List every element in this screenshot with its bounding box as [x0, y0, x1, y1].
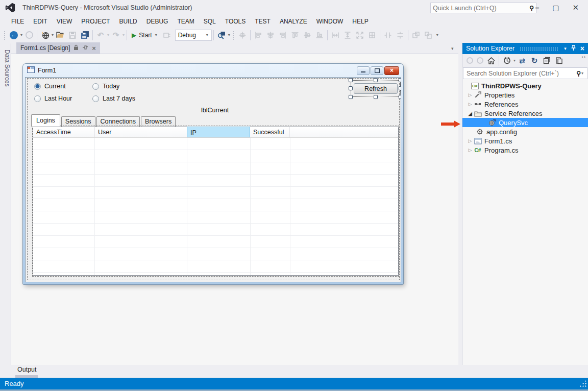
toolbar-overflow-icon[interactable]: ▾	[436, 33, 438, 37]
pin-icon[interactable]	[82, 44, 88, 52]
search-icon[interactable]: ⚲	[529, 5, 534, 12]
open-file-button[interactable]	[54, 29, 66, 41]
expander-collapsed-icon[interactable]: ▷	[468, 92, 473, 97]
menu-sql[interactable]: SQL	[199, 16, 220, 27]
menu-debug[interactable]: DEBUG	[142, 16, 173, 27]
resize-handle-n[interactable]	[374, 78, 378, 82]
form-minimize-button[interactable]	[357, 66, 370, 75]
toolbar-grip[interactable]	[4, 31, 6, 40]
resize-handle-ne[interactable]	[399, 78, 401, 82]
close-button[interactable]: ✕	[572, 3, 579, 12]
filter-dropdown-icon[interactable]: ▾	[513, 58, 516, 63]
se-toolbar-overflow-icon[interactable]: ››	[581, 54, 586, 60]
form-close-button[interactable]: ×	[384, 66, 399, 75]
form1-designer-window[interactable]: Form1 × Current Today Last Hour	[23, 64, 403, 284]
tree-item-app-config[interactable]: app.config	[462, 127, 588, 136]
search-icon[interactable]: ⚲	[576, 70, 581, 77]
expander-collapsed-icon[interactable]: ▷	[468, 138, 473, 143]
column-header-successful[interactable]: Successful	[250, 127, 290, 137]
maximize-button[interactable]: ▢	[552, 4, 559, 12]
resize-handle-sw[interactable]	[349, 95, 353, 99]
menu-tools[interactable]: TOOLS	[220, 16, 250, 27]
resize-grip[interactable]	[579, 380, 586, 387]
tab-connections[interactable]: Connections	[96, 116, 140, 127]
menu-team[interactable]: TEAM	[173, 16, 199, 27]
tree-item-querysvc[interactable]: QuerySvc	[462, 118, 588, 127]
refresh-icon[interactable]: ↻	[528, 55, 541, 67]
solution-configuration-combobox[interactable]: Debug ▾	[175, 30, 212, 41]
menu-help[interactable]: HELP	[348, 16, 373, 27]
minimize-button[interactable]: –	[535, 4, 539, 12]
navigate-backward-button[interactable]: ←	[8, 29, 20, 41]
column-header-accesstime[interactable]: AccessTime	[33, 127, 95, 137]
tree-item-service-references[interactable]: ◢ Service References	[462, 109, 588, 118]
quick-launch-box[interactable]: ⚲	[430, 3, 536, 13]
preview-selected-items-icon[interactable]	[553, 55, 565, 67]
resize-handle-s[interactable]	[374, 95, 378, 99]
se-search-input[interactable]	[467, 70, 576, 77]
menu-window[interactable]: WINDOW	[312, 16, 348, 27]
radio-last-hour-dot[interactable]	[34, 95, 41, 102]
menu-view[interactable]: VIEW	[52, 16, 77, 27]
expander-expanded-icon[interactable]: ◢	[468, 111, 473, 116]
pending-changes-filter-icon[interactable]	[501, 55, 513, 67]
menu-build[interactable]: BUILD	[114, 16, 141, 27]
tab-logins[interactable]: Logins	[31, 114, 60, 127]
data-sources-tool-tab[interactable]: Data Sources	[0, 44, 11, 89]
home-icon[interactable]	[485, 55, 497, 67]
document-tab-form1-design[interactable]: Form1.cs [Design] ×	[16, 42, 100, 54]
toolbar-grip[interactable]	[232, 31, 235, 40]
column-header-ip[interactable]: IP	[187, 127, 250, 137]
list-view-rows-area[interactable]	[33, 138, 398, 275]
start-dropdown-icon[interactable]: ▾	[155, 33, 157, 37]
column-header-user[interactable]: User	[95, 127, 187, 137]
start-debugging-button[interactable]: ▶ Start ▾	[129, 31, 161, 40]
search-options-dropdown-icon[interactable]: ▾	[581, 71, 583, 76]
logins-list-view[interactable]: AccessTime User IP Successful	[33, 127, 399, 276]
resize-handle-e[interactable]	[399, 86, 401, 90]
collapse-all-icon[interactable]	[541, 55, 553, 67]
quick-launch-input[interactable]	[433, 5, 529, 12]
tree-item-program[interactable]: ▷ C# Program.cs	[462, 145, 588, 155]
radio-last-7-days-dot[interactable]	[92, 95, 99, 102]
find-in-files-button[interactable]	[215, 29, 228, 41]
tree-item-references[interactable]: ▷ References	[462, 100, 588, 109]
tree-item-project[interactable]: C# ThinRDPWS-Query	[462, 81, 588, 90]
resize-handle-se[interactable]	[399, 95, 401, 99]
navigate-backward-dropdown-icon[interactable]: ▾	[20, 33, 22, 37]
expander-collapsed-icon[interactable]: ▷	[468, 102, 473, 107]
radio-current[interactable]: Current	[34, 83, 66, 90]
new-project-button[interactable]	[39, 29, 51, 41]
menu-file[interactable]: FILE	[7, 16, 29, 27]
tab-browsers[interactable]: Browsers	[141, 116, 176, 127]
radio-today[interactable]: Today	[92, 83, 119, 90]
find-dropdown-icon[interactable]: ▾	[228, 33, 230, 37]
sync-with-active-document-icon[interactable]: ⇄	[516, 55, 528, 67]
output-panel-tab[interactable]: Output	[17, 366, 37, 373]
resize-handle-nw[interactable]	[349, 78, 353, 82]
tree-item-properties[interactable]: ▷ Properties	[462, 90, 588, 100]
radio-last-hour[interactable]: Last Hour	[34, 95, 72, 102]
resize-handle-w[interactable]	[349, 86, 353, 90]
pin-icon[interactable]	[571, 45, 576, 53]
new-project-dropdown-icon[interactable]: ▾	[52, 33, 54, 37]
solution-explorer-title-bar[interactable]: Solution Explorer ▾ ×	[462, 43, 588, 54]
menu-analyze[interactable]: ANALYZE	[275, 16, 312, 27]
window-position-dropdown-icon[interactable]: ▾	[564, 46, 567, 51]
radio-today-dot[interactable]	[92, 83, 99, 90]
solution-explorer-search-box[interactable]: ⚲ ▾	[463, 67, 587, 79]
lbl-current-label[interactable]: lblCurrent	[201, 107, 229, 114]
expander-collapsed-icon[interactable]: ▷	[468, 148, 473, 153]
radio-current-dot[interactable]	[34, 83, 41, 90]
save-all-button[interactable]	[79, 29, 91, 41]
tab-sessions[interactable]: Sessions	[61, 116, 95, 127]
menu-project[interactable]: PROJECT	[77, 16, 114, 27]
tree-item-form1[interactable]: ▷ Form1.cs	[462, 136, 588, 145]
form-maximize-button[interactable]	[371, 66, 383, 75]
form-title-bar[interactable]: Form1 ×	[23, 64, 403, 77]
menu-edit[interactable]: EDIT	[29, 16, 52, 27]
radio-last-7-days[interactable]: Last 7 days	[92, 95, 135, 102]
close-tab-icon[interactable]: ×	[92, 44, 96, 52]
menu-test[interactable]: TEST	[250, 16, 275, 27]
close-panel-icon[interactable]: ×	[580, 44, 584, 53]
